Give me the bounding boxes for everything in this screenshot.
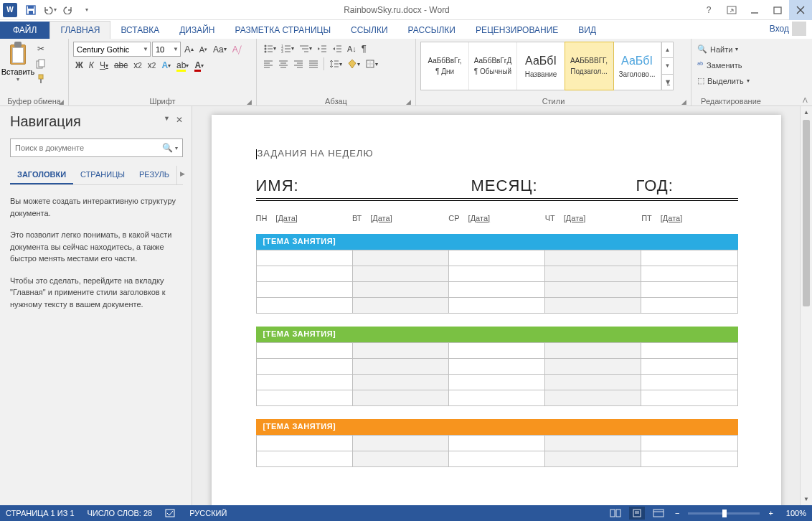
status-words[interactable]: ЧИСЛО СЛОВ: 28	[88, 509, 153, 517]
font-launcher[interactable]: ◢	[247, 98, 252, 105]
view-print-layout[interactable]	[629, 507, 645, 520]
font-color-button[interactable]: A▾	[192, 59, 206, 72]
status-proofing[interactable]	[165, 508, 176, 518]
format-painter-button[interactable]	[33, 72, 49, 86]
nav-search-input[interactable]	[15, 144, 162, 152]
date-placeholder[interactable]: [Дата]	[275, 214, 297, 222]
strike-button[interactable]: abc	[112, 59, 130, 72]
decrease-indent-button[interactable]	[315, 42, 329, 55]
subscript-button[interactable]: x2	[131, 59, 144, 72]
show-marks-button[interactable]: ¶	[359, 42, 369, 55]
font-name-combo[interactable]: Century Gothic▼	[73, 42, 151, 57]
clipboard-launcher[interactable]: ◢	[59, 98, 64, 105]
shading-button[interactable]: ▾	[345, 57, 362, 70]
topic-bar-2[interactable]: [ТЕМА ЗАНЯТИЯ]	[256, 327, 738, 342]
italic-button[interactable]: К	[87, 59, 96, 72]
tab-review[interactable]: РЕЦЕНЗИРОВАНИЕ	[466, 22, 568, 39]
sign-in-button[interactable]: Вход	[764, 19, 812, 39]
doc-heading[interactable]: ЗАДАНИЯ НА НЕДЕЛЮ	[256, 148, 738, 159]
view-web-layout[interactable]	[651, 507, 666, 520]
nav-tab-pages[interactable]: СТРАНИЦЫ	[73, 166, 132, 184]
help-button[interactable]: ?	[697, 0, 720, 20]
shrink-font-button[interactable]: A▾	[197, 44, 209, 55]
date-placeholder[interactable]: [Дата]	[468, 214, 490, 222]
style-item-dni[interactable]: АаБбВвГг,¶ Дни	[421, 42, 469, 90]
nav-tab-overflow[interactable]: ▶	[176, 166, 188, 184]
chevron-down-icon[interactable]: ▼	[141, 46, 148, 52]
find-button[interactable]: 🔍Найти▾	[694, 42, 741, 57]
bold-button[interactable]: Ж	[73, 59, 85, 72]
zoom-thumb[interactable]	[722, 510, 727, 517]
nav-search-box[interactable]: 🔍 ▾	[10, 139, 183, 157]
undo-button[interactable]: ▾	[40, 1, 59, 19]
font-size-combo[interactable]: 10▼	[152, 42, 181, 57]
save-button[interactable]	[22, 1, 40, 19]
gallery-scroll-up[interactable]: ▲	[662, 42, 673, 58]
scroll-up[interactable]: ▲	[801, 106, 812, 118]
date-placeholder[interactable]: [Дата]	[661, 214, 682, 222]
topic-bar-3[interactable]: [ТЕМА ЗАНЯТИЯ]	[256, 419, 738, 435]
zoom-out-button[interactable]: −	[672, 509, 682, 517]
date-placeholder[interactable]: [Дата]	[564, 214, 585, 222]
tab-view[interactable]: ВИД	[568, 22, 606, 39]
status-page[interactable]: СТРАНИЦА 1 ИЗ 1	[6, 509, 75, 517]
doc-name-label[interactable]: ИМЯ:	[256, 177, 471, 195]
qat-customize[interactable]: ▾	[77, 1, 96, 19]
change-case-button[interactable]: Aa▾	[211, 43, 229, 56]
nav-pane-close[interactable]: ✕	[176, 115, 183, 125]
view-read-mode[interactable]	[608, 507, 623, 520]
zoom-in-button[interactable]: +	[765, 509, 775, 517]
tab-references[interactable]: ССЫЛКИ	[341, 22, 397, 39]
minimize-button[interactable]	[743, 0, 766, 20]
bullets-button[interactable]: ▾	[261, 42, 278, 55]
align-right-button[interactable]	[291, 58, 306, 70]
paragraph-launcher[interactable]: ◢	[406, 98, 411, 105]
maximize-button[interactable]	[766, 0, 789, 20]
align-left-button[interactable]	[261, 58, 275, 70]
close-button[interactable]	[789, 0, 812, 20]
scroll-down[interactable]: ▼	[801, 493, 812, 505]
zoom-percent[interactable]: 100%	[786, 509, 806, 517]
tab-home[interactable]: ГЛАВНАЯ	[49, 21, 110, 39]
document-canvas[interactable]: ЗАДАНИЯ НА НЕДЕЛЮ ИМЯ: МЕСЯЦ: ГОД: ПН[Да…	[192, 106, 800, 505]
search-icon[interactable]: 🔍	[162, 143, 173, 153]
copy-button[interactable]	[33, 57, 49, 71]
search-dropdown[interactable]: ▾	[175, 145, 178, 151]
status-language[interactable]: РУССКИЙ	[189, 509, 227, 517]
select-button[interactable]: ⬚Выделить▾	[694, 73, 752, 88]
document-page[interactable]: ЗАДАНИЯ НА НЕДЕЛЮ ИМЯ: МЕСЯЦ: ГОД: ПН[Да…	[212, 115, 781, 505]
chevron-down-icon[interactable]: ▼	[171, 46, 179, 52]
zoom-slider[interactable]	[688, 512, 760, 515]
paste-button[interactable]: Вставить ▾	[3, 40, 33, 88]
schedule-table-1[interactable]	[256, 250, 738, 314]
vertical-scrollbar[interactable]: ▲ ▼	[800, 106, 812, 505]
line-spacing-button[interactable]: ▾	[327, 57, 344, 70]
date-placeholder[interactable]: [Дата]	[370, 214, 392, 222]
align-center-button[interactable]	[276, 58, 291, 70]
schedule-table-3[interactable]	[256, 435, 738, 467]
topic-bar-1[interactable]: [ТЕМА ЗАНЯТИЯ]	[256, 234, 738, 250]
tab-design[interactable]: ДИЗАЙН	[169, 22, 225, 39]
nav-tab-headings[interactable]: ЗАГОЛОВКИ	[10, 166, 73, 184]
collapse-ribbon-button[interactable]: ᐱ	[803, 96, 808, 104]
style-item-subtitle[interactable]: ААББВВГГ,Подзагол...	[565, 42, 613, 90]
superscript-button[interactable]: x2	[146, 59, 159, 72]
cut-button[interactable]: ✂	[33, 42, 49, 56]
tab-file[interactable]: ФАЙЛ	[0, 22, 49, 39]
redo-button[interactable]	[59, 1, 77, 19]
ribbon-options-button[interactable]	[720, 0, 743, 20]
tab-mailings[interactable]: РАССЫЛКИ	[398, 22, 466, 39]
multilevel-button[interactable]: ▾	[297, 42, 314, 55]
gallery-scroll-down[interactable]: ▼	[662, 58, 673, 74]
text-effects-button[interactable]: A▾	[159, 59, 173, 72]
justify-button[interactable]	[306, 58, 321, 70]
tab-insert[interactable]: ВСТАВКА	[110, 22, 169, 39]
underline-button[interactable]: Ч▾	[98, 59, 110, 72]
increase-indent-button[interactable]	[330, 42, 344, 55]
style-item-normal[interactable]: АаБбВвГгД¶ Обычный	[469, 42, 517, 90]
borders-button[interactable]: ▾	[363, 57, 380, 70]
sort-button[interactable]: A↓	[345, 43, 359, 55]
doc-year-label[interactable]: ГОД:	[636, 177, 674, 195]
numbering-button[interactable]: 123▾	[279, 42, 296, 55]
nav-tab-results[interactable]: РЕЗУЛЬ	[132, 166, 176, 184]
